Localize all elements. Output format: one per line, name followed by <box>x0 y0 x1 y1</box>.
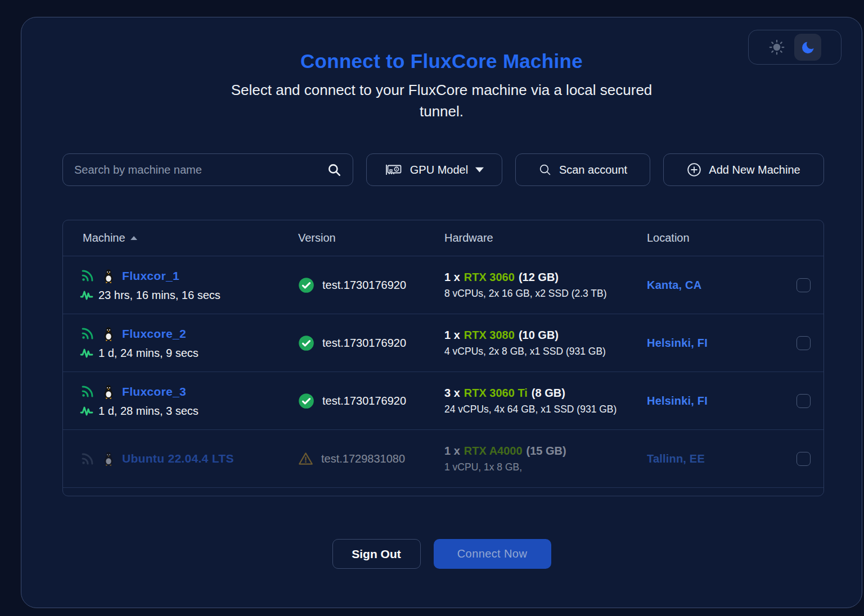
sort-asc-icon <box>130 235 137 241</box>
theme-toggle <box>748 30 842 65</box>
gpu-vram: (8 GB) <box>532 387 565 400</box>
machine-version: test.1730176920 <box>322 395 406 407</box>
column-header-hardware[interactable]: Hardware <box>444 232 647 244</box>
machines-table: Machine Version Hardware Location <box>62 220 824 496</box>
machine-name-link[interactable]: Fluxcore_3 <box>122 385 186 398</box>
table-row[interactable]: Fluxcore_3 1 d, 28 mins, 3 secs test.173… <box>63 372 824 430</box>
online-signal-icon <box>80 326 95 341</box>
machine-version: test.1730176920 <box>322 279 406 292</box>
chevron-down-icon <box>475 167 484 173</box>
page-subtitle: Select and connect to your FluxCore mach… <box>217 79 667 122</box>
search-icon <box>327 162 341 177</box>
machine-location: Kanta, CA <box>647 279 782 292</box>
uptime-activity-icon <box>80 346 93 360</box>
version-ok-icon <box>298 277 314 293</box>
table-row[interactable]: Fluxcor_1 23 hrs, 16 mins, 16 secs test.… <box>63 256 824 314</box>
uptime-activity-icon <box>80 404 93 418</box>
linux-penguin-icon <box>102 269 115 283</box>
table-header: Machine Version Hardware Location <box>63 220 824 256</box>
table-row[interactable]: Ubuntu 22.04.4 LTS test.1729831080 1 x R… <box>63 430 824 488</box>
scan-search-icon <box>538 163 552 176</box>
light-mode-button[interactable] <box>768 39 785 56</box>
row-checkbox[interactable] <box>796 278 811 292</box>
column-header-machine[interactable]: Machine <box>63 232 298 244</box>
machine-version: test.1730176920 <box>322 337 406 350</box>
gpu-model: RTX A4000 <box>464 445 523 458</box>
table-row[interactable]: Fluxcore_2 1 d, 24 mins, 9 secs test.173… <box>63 314 824 372</box>
linux-penguin-icon <box>102 384 115 399</box>
machine-uptime: 23 hrs, 16 mins, 16 secs <box>98 289 220 302</box>
gpu-vram: (15 GB) <box>526 445 566 458</box>
version-warning-icon <box>298 451 313 466</box>
column-header-location[interactable]: Location <box>647 232 782 244</box>
offline-signal-icon <box>80 451 95 466</box>
row-checkbox[interactable] <box>796 452 811 466</box>
machine-name-link[interactable]: Fluxcore_2 <box>122 327 186 341</box>
gpu-model: RTX 3060 Ti <box>464 387 528 400</box>
row-checkbox[interactable] <box>796 394 811 408</box>
machine-uptime: 1 d, 28 mins, 3 secs <box>98 405 199 418</box>
dark-mode-button[interactable] <box>794 34 821 61</box>
search-box[interactable] <box>62 153 353 186</box>
gpu-card-icon <box>385 163 403 176</box>
machine-specs: 8 vCPUs, 2x 16 GB, x2 SSD (2.3 TB) <box>444 288 647 300</box>
scan-account-button[interactable]: Scan account <box>515 153 650 186</box>
sun-icon <box>768 39 785 56</box>
moon-icon <box>800 40 816 55</box>
add-new-machine-label: Add New Machine <box>709 164 800 176</box>
linux-penguin-icon <box>102 327 115 341</box>
version-ok-icon <box>298 393 314 409</box>
gpu-model: RTX 3080 <box>464 329 515 342</box>
gpu-count: 1 x <box>444 445 460 458</box>
online-signal-icon <box>80 268 95 283</box>
row-checkbox[interactable] <box>796 336 811 350</box>
machine-version: test.1729831080 <box>321 452 405 465</box>
connect-now-button[interactable]: Connect Now <box>434 539 551 569</box>
sign-out-button[interactable]: Sign Out <box>332 539 421 569</box>
gpu-vram: (10 GB) <box>519 329 559 342</box>
add-new-machine-button[interactable]: Add New Machine <box>663 153 824 186</box>
online-signal-icon <box>80 384 95 399</box>
gpu-model-label: GPU Model <box>410 164 468 176</box>
machine-location: Helsinki, FI <box>647 395 782 407</box>
version-ok-icon <box>298 335 314 351</box>
gpu-model-dropdown[interactable]: GPU Model <box>366 153 502 186</box>
machine-location: Helsinki, FI <box>647 337 782 350</box>
search-input[interactable] <box>74 164 327 176</box>
footer-actions: Sign Out Connect Now <box>21 539 862 569</box>
uptime-activity-icon <box>80 288 93 302</box>
toolbar: GPU Model Scan account Add New Machine <box>62 153 824 186</box>
gpu-vram: (12 GB) <box>519 271 559 284</box>
machine-name-link[interactable]: Ubuntu 22.04.4 LTS <box>122 452 234 465</box>
page-title: Connect to FluxCore Machine <box>21 50 862 73</box>
machine-name-link[interactable]: Fluxcor_1 <box>122 269 179 283</box>
machine-location: Tallinn, EE <box>647 452 782 465</box>
gpu-model: RTX 3060 <box>464 271 515 284</box>
column-header-version[interactable]: Version <box>298 232 444 244</box>
gpu-count: 1 x <box>444 329 460 342</box>
machine-uptime: 1 d, 24 mins, 9 secs <box>98 347 199 360</box>
main-panel: Connect to FluxCore Machine Select and c… <box>21 17 862 608</box>
gpu-count: 1 x <box>444 271 460 284</box>
machine-specs: 4 vCPUs, 2x 8 GB, x1 SSD (931 GB) <box>444 346 647 357</box>
plus-circle-icon <box>687 162 701 177</box>
machine-specs: 24 vCPUs, 4x 64 GB, x1 SSD (931 GB) <box>444 404 647 415</box>
linux-penguin-icon <box>102 451 115 466</box>
scan-account-label: Scan account <box>559 164 627 176</box>
machine-specs: 1 vCPU, 1x 8 GB, <box>444 461 647 473</box>
gpu-count: 3 x <box>444 387 460 400</box>
